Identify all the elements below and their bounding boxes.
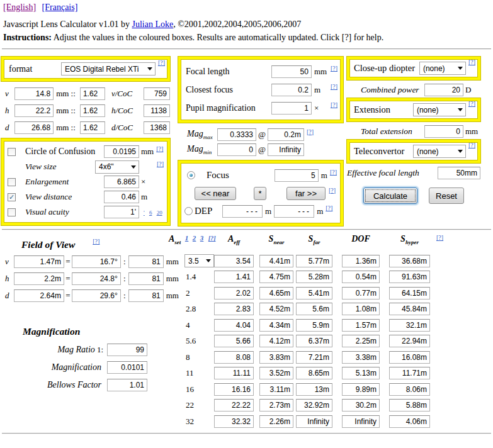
aset-help-link[interactable]: [?]: [208, 235, 216, 242]
acuity-6-link[interactable]: 6: [149, 210, 152, 216]
aeff-field[interactable]: [214, 271, 254, 283]
view-size-select[interactable]: 4x6": [95, 160, 139, 174]
coc-ratio-field[interactable]: [144, 121, 170, 134]
fov-angle-field[interactable]: [72, 255, 121, 268]
step-help-link[interactable]: [?]: [329, 187, 336, 194]
view-size-help-link[interactable]: [?]: [157, 160, 164, 167]
shyper-field[interactable]: [389, 415, 430, 428]
view-distance-checkbox[interactable]: [8, 193, 16, 201]
focus-distance-field[interactable]: [275, 169, 319, 182]
shyper-field[interactable]: [389, 335, 430, 347]
dof-field[interactable]: [342, 367, 380, 379]
sfar-field[interactable]: [296, 319, 332, 332]
sfar-field[interactable]: [296, 335, 332, 347]
mag-limit-help-link[interactable]: [?]: [307, 128, 314, 135]
aeff-field[interactable]: [214, 351, 254, 364]
closeup-help-link[interactable]: [?]: [468, 59, 475, 65]
dof-field[interactable]: [342, 383, 380, 396]
magnification-row-field[interactable]: [107, 344, 147, 356]
combined-power-field[interactable]: [424, 84, 463, 96]
visual-acuity-checkbox[interactable]: [8, 208, 16, 216]
effective-focal-length-field[interactable]: [438, 167, 480, 179]
aperture-scale-3-link[interactable]: 3: [200, 234, 204, 242]
magnification-row-field[interactable]: [107, 379, 147, 391]
snear-field[interactable]: [259, 383, 293, 396]
fov-focal-field[interactable]: [128, 289, 164, 302]
closeup-diopter-select[interactable]: (none): [419, 62, 466, 75]
mag-limit-distance-field[interactable]: [268, 128, 304, 141]
fov-focal-field[interactable]: [128, 255, 164, 268]
lens-parameter-field[interactable]: [271, 65, 312, 78]
snear-field[interactable]: [259, 287, 293, 300]
mag-limit-value-field[interactable]: [217, 143, 256, 156]
aeff-field[interactable]: [214, 287, 254, 300]
aeff-field[interactable]: [214, 319, 254, 332]
shyper-field[interactable]: [389, 303, 430, 315]
crop-factor-field[interactable]: [80, 87, 105, 100]
aeff-field[interactable]: [214, 367, 254, 379]
dep-near-field[interactable]: [222, 205, 263, 218]
shyper-field[interactable]: [389, 367, 430, 379]
snear-field[interactable]: [259, 351, 293, 364]
dof-field[interactable]: [342, 255, 380, 267]
dep-help-link[interactable]: [?]: [326, 204, 332, 211]
focus-radio[interactable]: [187, 171, 195, 179]
lens-parameter-help-link[interactable]: [?]: [331, 83, 337, 90]
english-language-link[interactable]: [English]: [3, 3, 36, 12]
aeff-field[interactable]: [214, 303, 254, 315]
visual-acuity-field[interactable]: [104, 206, 139, 218]
coc-ratio-field[interactable]: [144, 87, 170, 100]
format-help-link[interactable]: [?]: [158, 59, 165, 66]
coc-checkbox[interactable]: [8, 148, 16, 156]
acuity-prime-link[interactable]: ': [144, 210, 145, 216]
shyper-field[interactable]: [389, 319, 430, 332]
sensor-size-field[interactable]: [14, 104, 54, 117]
reset-button[interactable]: Reset: [429, 188, 464, 204]
aeff-field[interactable]: [214, 335, 254, 347]
dof-field[interactable]: [342, 303, 380, 315]
fov-focal-field[interactable]: [128, 272, 164, 285]
sensor-size-field[interactable]: [14, 121, 54, 134]
shyper-field[interactable]: [389, 271, 430, 283]
sfar-field[interactable]: [296, 303, 332, 315]
snear-field[interactable]: [259, 303, 293, 315]
sfar-field[interactable]: [296, 351, 332, 364]
acuity-20-link[interactable]: 20: [157, 210, 162, 216]
fov-angle-field[interactable]: [72, 289, 121, 302]
snear-field[interactable]: [259, 415, 293, 428]
fov-angle-field[interactable]: [72, 272, 121, 285]
dof-field[interactable]: [342, 399, 380, 412]
sfar-field[interactable]: [296, 415, 332, 428]
calculate-button[interactable]: Calculate: [363, 188, 417, 204]
aeff-field[interactable]: [214, 415, 254, 428]
dof-field[interactable]: [342, 335, 380, 347]
shyper-field[interactable]: [389, 255, 430, 267]
enlargement-checkbox[interactable]: [8, 178, 16, 186]
extension-select[interactable]: (none): [413, 103, 466, 116]
aeff-field[interactable]: [214, 383, 254, 396]
far-step-button[interactable]: far >>: [286, 187, 326, 200]
aeff-field[interactable]: [214, 399, 254, 412]
lens-parameter-help-link[interactable]: [?]: [331, 65, 337, 72]
fov-distance-field[interactable]: [14, 272, 64, 285]
enlargement-field[interactable]: [104, 176, 139, 188]
shyper-field[interactable]: [389, 287, 430, 300]
table-help-link[interactable]: [?]: [436, 234, 443, 241]
crop-factor-field[interactable]: [80, 121, 105, 134]
lens-parameter-field[interactable]: [271, 84, 312, 96]
mag-limit-value-field[interactable]: [217, 128, 256, 141]
teleconvertor-select[interactable]: (none): [413, 145, 466, 158]
sfar-field[interactable]: [296, 383, 332, 396]
lens-parameter-field[interactable]: [271, 102, 312, 115]
shyper-field[interactable]: [389, 383, 430, 396]
coc-value-field[interactable]: [104, 145, 139, 158]
coc-ratio-field[interactable]: [144, 104, 170, 117]
format-select[interactable]: EOS Digital Rebel XTi: [61, 62, 156, 76]
shyper-field[interactable]: [389, 351, 430, 364]
step-size-button[interactable]: *: [254, 187, 266, 200]
sensor-size-field[interactable]: [14, 87, 54, 100]
mag-limit-distance-field[interactable]: [268, 143, 304, 156]
dof-field[interactable]: [342, 319, 380, 332]
total-extension-field[interactable]: [424, 125, 463, 138]
snear-field[interactable]: [259, 335, 293, 347]
